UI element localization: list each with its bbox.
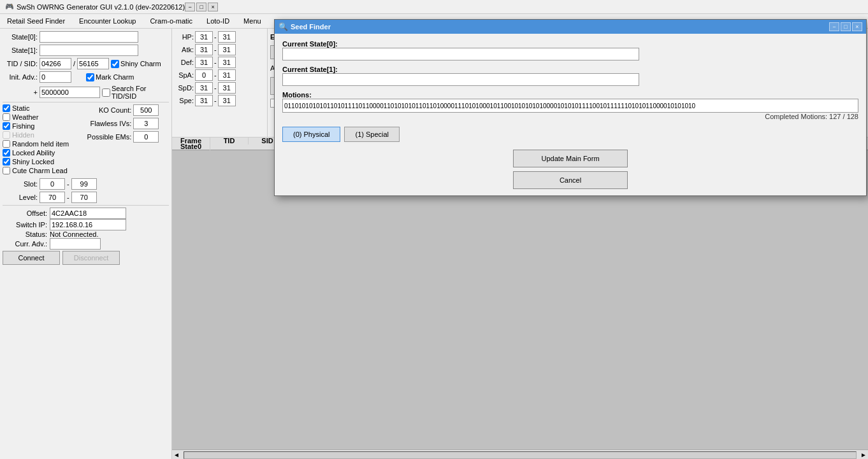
modal-buttons-row: Update Main Form Cancel bbox=[282, 150, 858, 189]
flawless-ivs-input[interactable] bbox=[133, 118, 159, 129]
scrollbar-track[interactable] bbox=[184, 451, 857, 459]
static-label: Static bbox=[12, 104, 30, 112]
fishing-row: Fishing bbox=[3, 122, 69, 130]
shiny-locked-checkbox[interactable] bbox=[3, 158, 10, 166]
spa-max-input[interactable] bbox=[218, 69, 236, 81]
curr-adv-label: Curr. Adv.: bbox=[3, 240, 47, 248]
weather-label: Weather bbox=[12, 113, 38, 121]
weather-checkbox[interactable] bbox=[3, 113, 10, 121]
level-label: Level: bbox=[3, 194, 38, 201]
update-main-form-button[interactable]: Update Main Form bbox=[513, 150, 628, 167]
spa-label: SpA: bbox=[175, 71, 194, 79]
modal-icon: 🔍 bbox=[278, 22, 288, 31]
tid-sid-label: TID / SID: bbox=[3, 60, 38, 67]
modal-state0-input[interactable] bbox=[282, 48, 639, 60]
spe-min-input[interactable] bbox=[195, 95, 213, 106]
modal-completed-motions: Completed Motions: 127 / 128 bbox=[282, 113, 858, 120]
modal-close-btn[interactable]: × bbox=[852, 22, 862, 31]
bottom-scrollbar[interactable]: ◄ ► bbox=[172, 449, 868, 459]
shiny-charm-checkbox[interactable] bbox=[111, 60, 119, 68]
curr-adv-input[interactable] bbox=[50, 238, 101, 250]
shiny-charm-label: Shiny Charm bbox=[111, 60, 161, 68]
modal-minimize-btn[interactable]: − bbox=[829, 22, 839, 31]
state0-input[interactable] bbox=[40, 31, 138, 43]
search-tid-sid-label: Search For TID/SID bbox=[102, 85, 169, 100]
locked-ability-checkbox[interactable] bbox=[3, 149, 10, 157]
hp-max-input[interactable] bbox=[218, 31, 236, 43]
plus-label: + bbox=[3, 88, 38, 96]
cute-charm-row: Cute Charm Lead bbox=[3, 167, 69, 174]
modal-maximize-btn[interactable]: □ bbox=[841, 22, 851, 31]
atk-row: Atk: - bbox=[175, 44, 264, 55]
state0-label: State[0]: bbox=[3, 33, 38, 41]
menu-loto-id[interactable]: Loto-ID bbox=[202, 15, 234, 27]
fishing-checkbox[interactable] bbox=[3, 122, 10, 130]
weather-row: Weather bbox=[3, 113, 69, 121]
modal-state1-label: Current State[1]: bbox=[282, 66, 359, 73]
slot-label: Slot: bbox=[3, 180, 38, 188]
spd-min-input[interactable] bbox=[195, 82, 213, 94]
plus-row: + Search For TID/SID bbox=[3, 85, 169, 100]
state0-row: State[0]: bbox=[3, 31, 169, 43]
init-adv-input[interactable] bbox=[40, 71, 71, 83]
title-bar-text: SwSh OWRNG Generator GUI v2.1.0 (dev-202… bbox=[17, 3, 185, 11]
menu-encounter-lookup[interactable]: Encounter Lookup bbox=[75, 15, 140, 27]
static-row: Static bbox=[3, 104, 69, 112]
tid-input[interactable] bbox=[40, 58, 71, 69]
menu-retail-seed-finder[interactable]: Retail Seed Finder bbox=[3, 15, 69, 27]
disconnect-button[interactable]: Disconnect bbox=[62, 251, 120, 265]
random-item-row: Random held item bbox=[3, 140, 69, 148]
physical-button[interactable]: (0) Physical bbox=[282, 127, 340, 142]
offset-label: Offset: bbox=[3, 209, 47, 217]
cute-charm-checkbox[interactable] bbox=[3, 167, 10, 174]
scroll-right-btn[interactable]: ► bbox=[859, 451, 868, 458]
modal-state1-section: Current State[1]: bbox=[282, 66, 858, 86]
atk-max-input[interactable] bbox=[218, 44, 236, 55]
switch-ip-label: Switch IP: bbox=[3, 221, 47, 229]
modal-motions-input[interactable] bbox=[282, 99, 858, 113]
sid-input[interactable] bbox=[77, 58, 109, 69]
slot-max-input[interactable] bbox=[71, 178, 97, 190]
ko-count-input[interactable] bbox=[133, 104, 159, 116]
special-button[interactable]: (1) Special bbox=[344, 127, 400, 142]
close-button[interactable]: × bbox=[208, 3, 218, 11]
spd-max-input[interactable] bbox=[218, 82, 236, 94]
modal-state1-row: Current State[1]: bbox=[282, 66, 858, 73]
possible-ems-label: Possible EMs: bbox=[80, 133, 131, 141]
mark-charm-checkbox[interactable] bbox=[86, 73, 94, 81]
possible-ems-input[interactable] bbox=[133, 131, 159, 143]
spe-max-input[interactable] bbox=[218, 95, 236, 106]
spe-row: Spe: - bbox=[175, 95, 264, 106]
offset-input[interactable] bbox=[50, 208, 126, 219]
menu-menu[interactable]: Menu bbox=[239, 15, 266, 27]
def-min-input[interactable] bbox=[195, 57, 213, 68]
atk-min-input[interactable] bbox=[195, 44, 213, 55]
spa-min-input[interactable] bbox=[195, 69, 213, 81]
hp-min-input[interactable] bbox=[195, 31, 213, 43]
static-checkbox[interactable] bbox=[3, 104, 10, 112]
minimize-button[interactable]: − bbox=[185, 3, 195, 11]
search-tid-sid-checkbox[interactable] bbox=[102, 88, 110, 97]
state1-input[interactable] bbox=[40, 45, 138, 56]
scroll-left-btn[interactable]: ◄ bbox=[172, 451, 181, 458]
hidden-label: Hidden bbox=[12, 131, 34, 139]
level-min-input[interactable] bbox=[40, 192, 65, 203]
level-max-input[interactable] bbox=[71, 192, 97, 203]
random-item-checkbox[interactable] bbox=[3, 140, 10, 148]
hidden-checkbox[interactable] bbox=[3, 131, 10, 139]
title-bar-controls: − □ × bbox=[185, 3, 218, 11]
cancel-button[interactable]: Cancel bbox=[513, 171, 628, 189]
def-max-input[interactable] bbox=[218, 57, 236, 68]
slot-min-input[interactable] bbox=[40, 178, 65, 190]
connect-button[interactable]: Connect bbox=[3, 251, 60, 265]
maximize-button[interactable]: □ bbox=[196, 3, 206, 11]
title-bar-icon: 🎮 bbox=[5, 3, 14, 11]
switch-ip-row: Switch IP: bbox=[3, 219, 169, 230]
switch-ip-input[interactable] bbox=[50, 219, 126, 230]
modal-state1-input[interactable] bbox=[282, 73, 639, 86]
modal-title-bar: 🔍 Seed Finder − □ × bbox=[275, 20, 866, 34]
plus-input[interactable] bbox=[40, 87, 100, 98]
menu-cram-o-matic[interactable]: Cram-o-matic bbox=[145, 15, 197, 27]
col-state0: State0 bbox=[172, 143, 210, 150]
modal-title: Seed Finder bbox=[291, 23, 829, 31]
